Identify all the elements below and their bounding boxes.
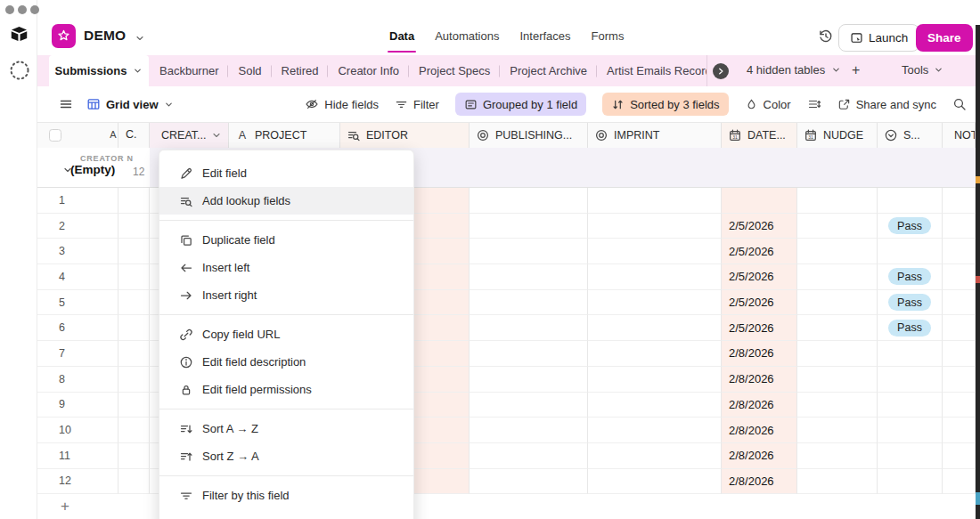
nav-automations[interactable]: Automations <box>435 29 499 55</box>
cell-nudge[interactable] <box>797 469 878 495</box>
cell-nudge[interactable] <box>797 418 878 443</box>
cell-s[interactable] <box>878 418 943 443</box>
cell-imprint[interactable] <box>588 393 722 418</box>
cell-imprint[interactable] <box>588 469 722 495</box>
tab-project-archive[interactable]: Project Archive <box>500 64 597 77</box>
cell-not[interactable] <box>943 315 976 341</box>
cell-date[interactable]: 2/8/2026 <box>722 393 797 418</box>
cell-s[interactable]: Pass <box>878 264 943 290</box>
cell-date[interactable]: 2/5/2026 <box>722 239 797 264</box>
cell-publishing[interactable] <box>470 315 588 341</box>
cell-s[interactable]: Pass <box>878 214 943 239</box>
nav-forms[interactable]: Forms <box>592 29 625 55</box>
menu-item-add-lookup-fields[interactable]: Add lookup fields <box>159 187 413 215</box>
menu-item-edit-field[interactable]: Edit field <box>159 159 413 187</box>
cell-not[interactable] <box>943 290 976 316</box>
tab-creator-info[interactable]: Creator Info <box>328 64 409 77</box>
tab-retired[interactable]: Retired <box>272 64 329 77</box>
cell-date[interactable]: 2/5/2026 <box>722 290 797 316</box>
cell-imprint[interactable] <box>588 290 722 316</box>
row-number[interactable]: 10 <box>37 418 118 443</box>
column-header-primary[interactable]: AC. <box>107 128 137 141</box>
cell-c[interactable] <box>118 393 150 418</box>
row-number[interactable]: 2 <box>37 214 118 239</box>
cell-date[interactable]: 2/8/2026 <box>722 341 797 367</box>
cell-s[interactable] <box>878 469 943 495</box>
color-button[interactable]: Color <box>745 98 791 111</box>
share-button[interactable]: Share <box>916 24 973 52</box>
cell-c[interactable] <box>118 418 150 443</box>
cell-imprint[interactable] <box>588 315 722 341</box>
menu-item-filter-by-this-field[interactable]: Filter by this field <box>159 482 413 509</box>
cell-publishing[interactable] <box>470 264 588 290</box>
cell-imprint[interactable] <box>588 239 722 264</box>
cell-s[interactable] <box>878 443 943 469</box>
cell-not[interactable] <box>943 188 976 214</box>
tab-backburner[interactable]: Backburner <box>150 64 228 77</box>
cell-nudge[interactable] <box>797 315 878 341</box>
tab-sold[interactable]: Sold <box>228 64 271 77</box>
row-number[interactable]: 7 <box>37 341 118 367</box>
row-number[interactable]: 6 <box>37 315 118 341</box>
cell-date[interactable]: 2/5/2026 <box>722 315 797 341</box>
grid-view-switcher[interactable]: Grid view <box>86 97 174 111</box>
cell-c[interactable] <box>118 469 150 495</box>
nav-interfaces[interactable]: Interfaces <box>519 29 570 55</box>
cell-imprint[interactable] <box>588 341 722 367</box>
window-controls[interactable] <box>5 5 39 14</box>
cell-c[interactable] <box>118 188 150 214</box>
select-all-checkbox[interactable] <box>49 129 61 142</box>
filter-button[interactable]: Filter <box>395 98 439 111</box>
menu-item-duplicate-field[interactable]: Duplicate field <box>159 226 413 254</box>
cell-nudge[interactable] <box>797 188 878 214</box>
cell-not[interactable] <box>943 418 976 443</box>
cell-nudge[interactable] <box>797 367 878 393</box>
column-header-editor[interactable]: EDITOR <box>340 123 470 148</box>
cell-c[interactable] <box>118 290 150 316</box>
nav-data[interactable]: Data <box>389 29 414 55</box>
cell-not[interactable] <box>943 393 976 418</box>
cell-date[interactable]: 2/8/2026 <box>722 469 797 495</box>
cell-c[interactable] <box>118 239 150 264</box>
cell-s[interactable] <box>878 367 943 393</box>
tab-submissions[interactable]: Submissions <box>49 55 149 86</box>
window-minimize-button[interactable] <box>18 5 27 14</box>
column-header-nudge[interactable]: 31NUDGE <box>797 123 878 148</box>
menu-item-edit-field-permissions[interactable]: Edit field permissions <box>159 376 413 403</box>
cell-publishing[interactable] <box>470 341 588 367</box>
launch-button[interactable]: Launch <box>838 24 919 52</box>
hide-fields-button[interactable]: Hide fields <box>305 97 379 111</box>
cell-publishing[interactable] <box>470 239 588 264</box>
cell-s[interactable] <box>878 393 943 418</box>
window-close-button[interactable] <box>5 5 14 14</box>
cell-imprint[interactable] <box>588 264 722 290</box>
cell-not[interactable] <box>943 469 976 495</box>
cell-imprint[interactable] <box>588 188 722 214</box>
cell-not[interactable] <box>943 239 976 264</box>
cell-date[interactable] <box>722 188 797 214</box>
hidden-tables-button[interactable]: 4 hidden tables <box>747 63 841 77</box>
column-header-project[interactable]: APROJECT <box>229 123 340 148</box>
cell-publishing[interactable] <box>470 188 588 214</box>
cell-nudge[interactable] <box>797 443 878 469</box>
cell-not[interactable] <box>943 264 976 290</box>
view-sidebar-toggle-icon[interactable] <box>59 97 73 111</box>
row-number[interactable]: 12 <box>37 469 118 495</box>
column-header-s[interactable]: S... <box>878 123 943 148</box>
menu-item-sort-a-z[interactable]: Sort A → Z <box>159 415 413 442</box>
column-header-publishing[interactable]: PUBLISHING... <box>470 123 588 148</box>
column-header-date[interactable]: 31DATE... <box>722 123 797 148</box>
cell-c[interactable] <box>118 264 150 290</box>
base-name[interactable]: DEMO <box>84 28 126 44</box>
cell-publishing[interactable] <box>470 443 588 469</box>
menu-item-edit-field-description[interactable]: Edit field description <box>159 348 413 376</box>
cell-imprint[interactable] <box>588 443 722 469</box>
cell-c[interactable] <box>118 341 150 367</box>
grouped-by-button[interactable]: Grouped by 1 field <box>455 93 586 116</box>
tab-artist-emails-record[interactable]: Artist Emails Record <box>597 64 706 77</box>
column-header-creat[interactable]: CREAT... <box>150 123 229 148</box>
cell-date[interactable]: 2/8/2026 <box>722 418 797 443</box>
cell-c[interactable] <box>118 214 150 239</box>
cell-publishing[interactable] <box>470 367 588 393</box>
row-height-button[interactable] <box>807 97 821 111</box>
